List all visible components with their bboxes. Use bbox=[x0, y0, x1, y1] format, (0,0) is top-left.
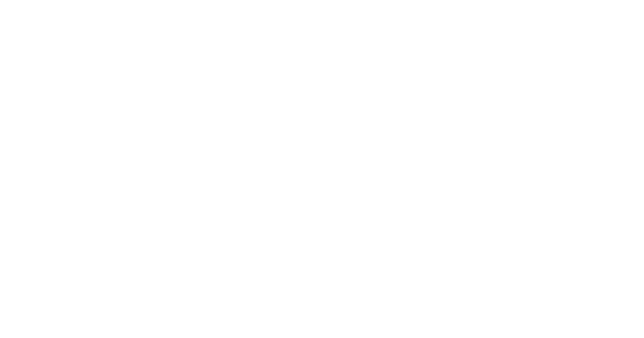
tree-container bbox=[0, 0, 644, 338]
